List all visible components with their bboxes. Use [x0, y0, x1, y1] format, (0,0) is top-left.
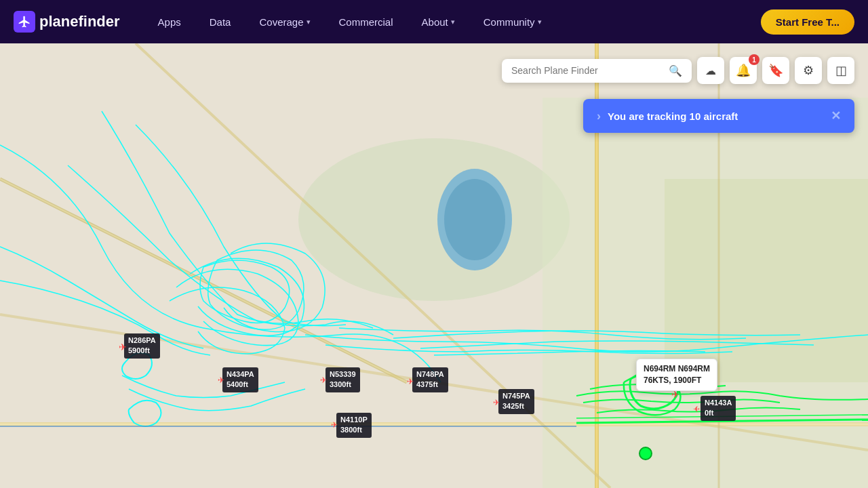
nav-community[interactable]: Community ▾ [473, 11, 553, 33]
svg-point-4 [437, 169, 512, 270]
aircraft-n4110p[interactable]: N4110P 3800ft [336, 413, 372, 438]
logo[interactable]: planefinder [14, 11, 120, 33]
place-morristown: Morristown [119, 223, 170, 234]
aircraft-icon-n53339: ✈ [320, 375, 327, 385]
alert-icon: 🔔 [736, 63, 751, 78]
tracking-message: You are tracking 10 aircraft [608, 110, 738, 122]
aircraft-icon-n4110p: ✈ [331, 420, 338, 430]
chevron-down-icon: ▾ [307, 18, 311, 26]
notification-badge: 1 [749, 54, 760, 65]
aircraft-icon-n286pa: ✈ [119, 342, 127, 352]
nav-data[interactable]: Data [199, 11, 242, 33]
aircraft-n748pa[interactable]: N748PA 4375ft [412, 367, 448, 392]
svg-point-5 [444, 179, 505, 260]
main-nav: Apps Data Coverage ▾ Commercial About ▾ … [147, 11, 761, 33]
weather-button[interactable]: ☁ [697, 57, 724, 84]
settings-button[interactable]: ⚙ [795, 57, 822, 84]
nav-about[interactable]: About ▾ [411, 11, 466, 33]
place-suncitywest: Sun City West [383, 435, 447, 446]
map-background: Wickenburg Morristown Wittmann New River… [0, 43, 868, 488]
place-deserthills: Desert Hills [578, 274, 630, 285]
plane-logo-svg [18, 15, 31, 28]
shield-51: 51 [719, 476, 733, 485]
logo-icon [14, 11, 35, 33]
aircraft-n53339[interactable]: N53339 3300ft [326, 367, 360, 392]
shield-60-1: 60 [53, 155, 68, 167]
place-wittmann: Wittmann [209, 311, 252, 322]
shield-17: 17 [579, 294, 593, 303]
bookmark-icon: 🔖 [768, 63, 783, 78]
place-cavecreek: Cave Creek [743, 252, 794, 263]
search-icon: 🔍 [669, 64, 682, 77]
svg-line-8 [0, 179, 407, 382]
aircraft-icon-n745pa: ✈ [493, 398, 500, 407]
logo-text: planefinder [39, 13, 120, 30]
svg-line-12 [136, 43, 610, 488]
svg-rect-2 [542, 98, 868, 488]
search-input[interactable] [511, 65, 663, 76]
cta-button[interactable]: Start Free T... [761, 9, 854, 35]
navbar: planefinder Apps Data Coverage ▾ Commerc… [0, 0, 868, 43]
place-surprise: Surprise [350, 472, 389, 483]
aircraft-n434pa[interactable]: N434PA 5400ft [222, 367, 258, 392]
airport-marker [639, 447, 652, 460]
aircraft-n286pa[interactable]: N286PA 5900ft [124, 333, 160, 359]
bookmark-button[interactable]: 🔖 [762, 57, 789, 84]
aircraft-n694rm-tooltip[interactable]: N694RM N694RM 76KTS, 1900FT [636, 359, 717, 391]
aircraft-n4143a[interactable]: N4143A 0ft [701, 396, 736, 421]
place-anthem: Anthem [583, 220, 618, 230]
nav-coverage[interactable]: Coverage ▾ [248, 11, 321, 33]
shield-60-2: 60 [113, 211, 129, 223]
aircraft-icon-n748pa: ✈ [407, 377, 414, 386]
layers-icon: ◫ [835, 63, 847, 78]
place-newriver: New River [573, 159, 619, 169]
gear-icon: ⚙ [803, 63, 814, 78]
aircraft-icon-n434pa: ✈ [218, 375, 224, 385]
tracking-banner[interactable]: › You are tracking 10 aircraft ✕ [583, 99, 854, 133]
notification-button[interactable]: 🔔 1 [730, 57, 757, 84]
search-bar: 🔍 ☁ 🔔 1 🔖 ⚙ ◫ [502, 57, 854, 84]
nav-apps[interactable]: Apps [147, 11, 192, 33]
close-icon[interactable]: ✕ [831, 108, 841, 123]
svg-point-1 [298, 138, 570, 301]
cloud-icon: ☁ [705, 64, 716, 77]
aircraft-icon-n4143a: ✈ [693, 404, 700, 413]
aircraft-n745pa[interactable]: N745PA 3425ft [498, 389, 534, 414]
nav-commercial[interactable]: Commercial [328, 11, 404, 33]
svg-line-9 [0, 179, 407, 382]
map-container[interactable]: Wickenburg Morristown Wittmann New River… [0, 43, 868, 488]
place-wickenburg: Wickenburg [20, 92, 75, 103]
svg-rect-3 [665, 179, 868, 382]
place-suncity: Sun City [449, 462, 488, 473]
layers-button[interactable]: ◫ [827, 57, 854, 84]
search-input-wrap[interactable]: 🔍 [502, 59, 692, 83]
chevron-down-icon: ▾ [451, 18, 455, 26]
expand-icon: › [597, 109, 601, 123]
chevron-down-icon: ▾ [538, 18, 542, 26]
